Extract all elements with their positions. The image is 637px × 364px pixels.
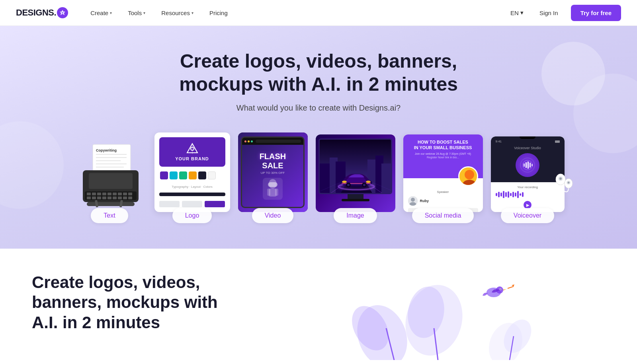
svg-point-67 xyxy=(411,198,415,202)
svg-rect-25 xyxy=(113,197,117,199)
nav-item-resources[interactable]: Resources ▾ xyxy=(155,6,200,19)
svg-rect-12 xyxy=(92,193,96,195)
nav-item-create[interactable]: Create ▾ xyxy=(84,6,118,19)
svg-rect-72 xyxy=(526,162,527,168)
svg-rect-24 xyxy=(107,197,111,199)
logo-icon xyxy=(57,7,68,18)
svg-rect-13 xyxy=(97,193,101,195)
svg-line-90 xyxy=(508,286,514,288)
sign-in-button[interactable]: Sign In xyxy=(533,6,565,19)
svg-rect-73 xyxy=(528,162,529,169)
svg-point-61 xyxy=(347,184,350,186)
card-image-social: HOW TO BOOST SALESIN YOUR SMALL BUSINESS… xyxy=(403,134,483,212)
nav-right: EN ▾ Sign In Try for free xyxy=(507,5,621,21)
phone-notch xyxy=(520,136,535,139)
svg-rect-71 xyxy=(524,164,525,167)
svg-point-0 xyxy=(62,12,64,14)
svg-rect-75 xyxy=(531,164,533,166)
logo[interactable]: DESIGNS. xyxy=(16,7,68,18)
card-voiceover[interactable]: 9:41 Voiceover Studio xyxy=(491,136,565,223)
card-image-logo: YOUR BRAND Typography · Layout · Colors xyxy=(154,132,230,212)
svg-rect-28 xyxy=(128,197,132,199)
chevron-down-icon: ▾ xyxy=(520,9,524,16)
try-free-button[interactable]: Try for free xyxy=(571,5,621,21)
navbar: DESIGNS. Create ▾ Tools ▾ Resources ▾ Pr… xyxy=(0,0,637,26)
card-label-social: Social media xyxy=(412,208,474,223)
bottom-illustration xyxy=(263,273,605,360)
chevron-down-icon: ▾ xyxy=(143,11,145,15)
brand-name-text: YOUR BRAND xyxy=(163,156,221,161)
svg-rect-40 xyxy=(275,189,278,196)
svg-rect-26 xyxy=(118,197,122,199)
card-image-text: Copywriting xyxy=(73,140,147,212)
card-label-logo: Logo xyxy=(172,208,212,223)
svg-point-89 xyxy=(500,289,501,290)
hero-heading: Create logos, videos, banners, mockups w… xyxy=(159,50,478,95)
bottom-heading: Create logos, videos, banners, mockups w… xyxy=(32,273,231,333)
card-label-text: Text xyxy=(91,208,128,223)
hero-subtitle: What would you like to create with Desig… xyxy=(16,103,621,113)
svg-rect-39 xyxy=(267,189,270,196)
card-label-voiceover: Voiceover xyxy=(501,208,554,223)
svg-point-64 xyxy=(465,170,474,179)
svg-rect-20 xyxy=(87,197,91,199)
hero-section: Create logos, videos, banners, mockups w… xyxy=(0,26,637,249)
svg-rect-11 xyxy=(87,193,91,195)
svg-rect-74 xyxy=(530,163,531,167)
svg-point-81 xyxy=(567,182,569,184)
svg-point-55 xyxy=(342,181,347,183)
waveform-circle xyxy=(516,153,539,177)
svg-point-62 xyxy=(363,184,365,186)
svg-rect-14 xyxy=(102,193,106,195)
card-video[interactable]: FLASH SALE UP TO 30% OFF xyxy=(238,132,308,223)
logo-text: DESIGNS. xyxy=(16,8,56,18)
svg-rect-9 xyxy=(89,173,133,189)
svg-rect-15 xyxy=(107,193,111,195)
svg-rect-37 xyxy=(268,182,277,187)
language-selector[interactable]: EN ▾ xyxy=(507,6,527,19)
card-logo[interactable]: YOUR BRAND Typography · Layout · Colors xyxy=(154,132,230,223)
svg-rect-19 xyxy=(128,193,132,195)
bottom-text-block: Create logos, videos, banners, mockups w… xyxy=(32,273,231,333)
card-image-video: FLASH SALE UP TO 30% OFF xyxy=(238,132,308,212)
svg-rect-29 xyxy=(87,202,135,206)
svg-rect-23 xyxy=(102,197,106,199)
svg-rect-18 xyxy=(123,193,127,195)
card-label-video: Video xyxy=(252,208,294,223)
svg-text:Copywriting: Copywriting xyxy=(96,148,117,152)
social-avatar xyxy=(458,166,478,186)
svg-rect-16 xyxy=(113,193,117,195)
nav-item-pricing[interactable]: Pricing xyxy=(203,6,234,19)
svg-marker-91 xyxy=(512,284,514,286)
waveform-bars xyxy=(496,191,560,199)
card-text[interactable]: Copywriting xyxy=(73,140,147,223)
card-image-item[interactable]: Image xyxy=(316,134,395,223)
card-label-image: Image xyxy=(334,208,377,223)
svg-rect-17 xyxy=(118,193,122,195)
chevron-down-icon: ▾ xyxy=(191,11,193,15)
nav-item-tools[interactable]: Tools ▾ xyxy=(121,6,152,19)
earbuds-icon xyxy=(553,167,576,199)
bottom-section: Create logos, videos, banners, mockups w… xyxy=(0,249,637,364)
card-image-display xyxy=(316,134,395,212)
chevron-down-icon: ▾ xyxy=(110,11,112,15)
svg-point-78 xyxy=(559,177,562,180)
svg-rect-27 xyxy=(123,197,127,199)
nav-menu: Create ▾ Tools ▾ Resources ▾ Pricing xyxy=(84,6,507,19)
card-social[interactable]: HOW TO BOOST SALESIN YOUR SMALL BUSINESS… xyxy=(403,134,483,223)
creation-cards-row: Copywriting xyxy=(16,132,621,223)
svg-rect-47 xyxy=(381,164,392,194)
social-card-title-text: HOW TO BOOST SALESIN YOUR SMALL BUSINESS xyxy=(408,139,478,151)
svg-rect-21 xyxy=(92,197,96,199)
svg-rect-22 xyxy=(97,197,101,199)
svg-point-56 xyxy=(366,181,371,183)
